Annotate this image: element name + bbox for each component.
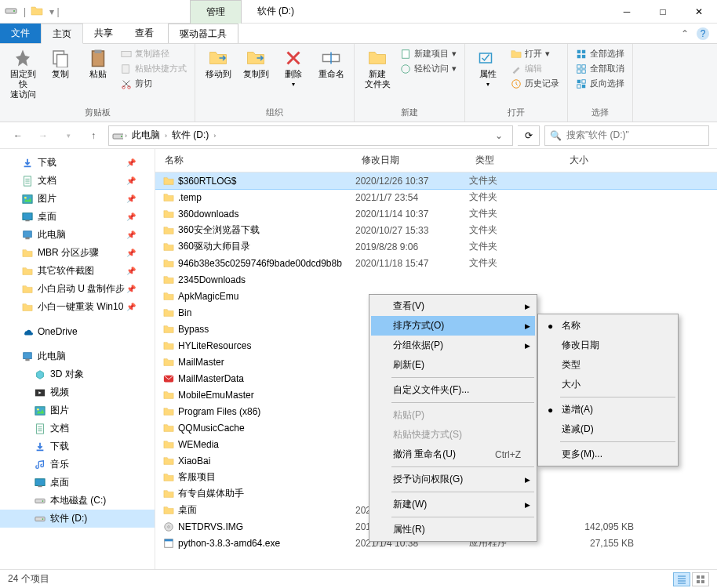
menu-item[interactable]: 更多(M)... (540, 445, 676, 464)
tree-this-pc[interactable]: 此电脑 (0, 347, 155, 365)
menu-item[interactable]: 刷新(E) (371, 355, 535, 375)
pin-to-quick-access-button[interactable]: 固定到快 速访问 (6, 47, 39, 100)
tree-item[interactable]: 小白启动 U 盘制作步📌 (0, 280, 155, 298)
tree-item[interactable]: 图片 (0, 401, 155, 419)
col-date[interactable]: 修改日期 (355, 149, 469, 172)
tree-item[interactable]: 文档📌 (0, 172, 155, 190)
menu-item[interactable]: 新建(W) ▶ (371, 495, 535, 514)
tree-item[interactable]: 桌面 (0, 474, 155, 492)
tree-item[interactable]: 桌面📌 (0, 208, 155, 226)
properties-button[interactable]: 属性▾ (471, 47, 504, 89)
collapse-ribbon-button[interactable]: ⌃ (681, 28, 689, 39)
breadcrumb-this-pc[interactable]: 此电脑 (129, 129, 163, 142)
tab-view[interactable]: 查看 (124, 24, 165, 43)
tree-item[interactable]: 本地磁盘 (C:) (0, 492, 155, 510)
menu-item[interactable]: 自定义文件夹(F)... (371, 380, 535, 400)
select-all-button[interactable]: 全部选择 (574, 47, 626, 60)
back-button[interactable]: ← (8, 125, 28, 146)
tree-item[interactable]: 下载📌 (0, 154, 155, 172)
file-row[interactable]: $360RTLOG$ 2020/12/26 10:37 文件夹 (155, 172, 717, 189)
contextual-tab-manage[interactable]: 管理 (190, 0, 242, 24)
maximize-button[interactable]: □ (645, 0, 681, 24)
delete-button[interactable]: 删除▾ (277, 47, 310, 89)
menu-item[interactable]: 大小 (540, 375, 676, 394)
open-button[interactable]: 打开 ▾ (509, 47, 561, 60)
breadcrumb-bar[interactable]: › 此电脑 › 软件 (D:) › ⌄ (108, 125, 513, 146)
address-dropdown[interactable]: ⌄ (489, 130, 509, 141)
copy-to-button[interactable]: 复制到 (239, 47, 272, 79)
menu-item[interactable]: ● 递增(A) (540, 400, 676, 419)
forward-button[interactable]: → (33, 125, 53, 146)
move-to-button[interactable]: 移动到 (202, 47, 235, 79)
delete-icon (284, 49, 303, 67)
edit-button[interactable]: 编辑 (509, 62, 561, 75)
new-item-button[interactable]: 新建项目 ▾ (399, 47, 458, 60)
details-view-button[interactable] (673, 572, 690, 586)
menu-item[interactable]: 分组依据(P) ▶ (371, 336, 535, 355)
tree-item[interactable]: 图片📌 (0, 190, 155, 208)
invert-selection-button[interactable]: 反向选择 (574, 77, 626, 90)
file-row[interactable]: 360downloads 2020/11/14 10:37 文件夹 (155, 205, 717, 222)
tab-share[interactable]: 共享 (83, 24, 124, 43)
new-folder-button[interactable]: 新建 文件夹 (361, 47, 394, 89)
recent-button[interactable]: ▾ (58, 125, 78, 146)
refresh-button[interactable]: ⟳ (518, 125, 540, 146)
tree-item[interactable]: 文档 (0, 419, 155, 437)
col-type[interactable]: 类型 (469, 149, 563, 172)
tab-home[interactable]: 主页 (41, 24, 83, 44)
pc-icon (22, 351, 33, 362)
menu-item[interactable]: 修改日期 (540, 336, 676, 355)
menu-item[interactable]: 排序方式(O) ▶ (371, 316, 535, 336)
menu-item[interactable]: 撤消 重命名(U) Ctrl+Z (371, 445, 535, 464)
file-name: Program Files (x86) (178, 406, 260, 417)
tree-item[interactable]: 此电脑📌 (0, 226, 155, 244)
select-none-button[interactable]: 全部取消 (574, 62, 626, 75)
sort-submenu[interactable]: ● 名称 修改日期 类型 大小 ● 递增(A) 递减(D) (537, 314, 679, 466)
paste-button[interactable]: 粘贴 (82, 47, 115, 79)
tree-label: 下载 (50, 440, 69, 453)
context-menu[interactable]: 查看(V) ▶ 排序方式(O) ▶ 分组依据(P) ▶ 刷新(E) 自定义文件夹… (369, 294, 537, 542)
help-button[interactable]: ? (697, 27, 709, 40)
tree-item[interactable]: 音乐 (0, 456, 155, 474)
tree-item[interactable]: 其它软件截图📌 (0, 262, 155, 280)
file-row[interactable]: 360驱动大师目录 2019/8/28 9:06 文件夹 (155, 238, 717, 255)
col-size[interactable]: 大小 (563, 149, 657, 172)
minimize-button[interactable]: ─ (609, 0, 645, 24)
file-name: XiaoBai (178, 456, 210, 466)
tree-item[interactable]: 3D 对象 (0, 365, 155, 383)
up-button[interactable]: ↑ (83, 125, 104, 146)
search-box[interactable]: 🔍 搜索"软件 (D:)" (544, 125, 709, 146)
menu-item[interactable]: 查看(V) ▶ (371, 296, 535, 316)
copy-path-button[interactable]: 复制路径 (119, 47, 188, 60)
copy-button[interactable]: 复制 (44, 47, 77, 79)
file-row[interactable]: 2345Downloads (155, 271, 717, 288)
menu-item[interactable]: 类型 (540, 355, 676, 375)
menu-item[interactable]: 属性(R) (371, 520, 535, 539)
tree-onedrive[interactable]: OneDrive (0, 324, 155, 339)
tree-item[interactable]: 软件 (D:) (0, 510, 155, 528)
thumbnails-view-button[interactable] (692, 572, 709, 586)
breadcrumb-drive[interactable]: 软件 (D:) (169, 129, 212, 142)
easy-access-button[interactable]: 轻松访问 ▾ (399, 62, 458, 75)
tab-drive-tools[interactable]: 驱动器工具 (168, 24, 238, 43)
close-button[interactable]: ✕ (681, 0, 717, 24)
col-name[interactable]: 名称 (155, 149, 355, 172)
cut-button[interactable]: 剪切 (119, 77, 188, 90)
nav-tree[interactable]: 下载📌文档📌图片📌桌面📌此电脑📌MBR 分区步骤📌其它软件截图📌小白启动 U 盘… (0, 149, 155, 588)
history-button[interactable]: 历史记录 (509, 77, 561, 90)
tree-item[interactable]: MBR 分区步骤📌 (0, 244, 155, 262)
file-row[interactable]: 946b38e35c0259746f9bade00dcd9b8b 2020/11… (155, 255, 717, 271)
menu-item[interactable]: 递减(D) (540, 419, 676, 439)
doc-icon (35, 423, 45, 434)
tree-item[interactable]: 视频 (0, 383, 155, 401)
rename-button[interactable]: 重命名 (315, 47, 348, 79)
menu-item[interactable]: 授予访问权限(G) ▶ (371, 470, 535, 489)
tree-item[interactable]: 下载 (0, 437, 155, 456)
file-row[interactable]: .temp 2021/1/7 23:54 文件夹 (155, 189, 717, 205)
paste-shortcut-button[interactable]: 粘贴快捷方式 (119, 62, 188, 75)
menu-item[interactable]: ● 名称 (540, 316, 676, 336)
file-row[interactable]: 360安全浏览器下载 2020/10/27 15:33 文件夹 (155, 222, 717, 238)
tab-file[interactable]: 文件 (0, 24, 41, 43)
tree-item[interactable]: 小白一键重装 Win10📌 (0, 298, 155, 316)
group-organize-label: 组织 (202, 105, 348, 118)
